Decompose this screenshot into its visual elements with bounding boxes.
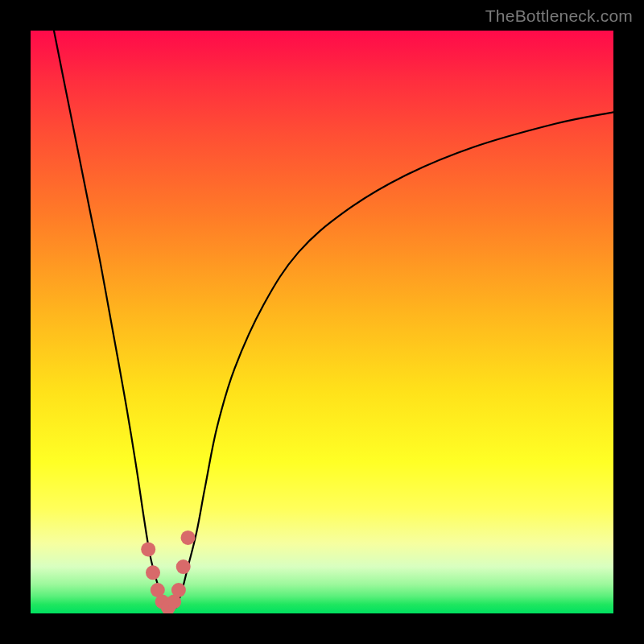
chart-frame: TheBottleneck.com xyxy=(0,0,644,644)
watermark-text: TheBottleneck.com xyxy=(485,6,633,26)
bottleneck-curve xyxy=(54,31,613,608)
curve-layer xyxy=(31,31,613,613)
curve-left-branch xyxy=(54,31,167,608)
curve-right-branch xyxy=(176,112,613,607)
marker-dot xyxy=(176,559,191,574)
marker-dot xyxy=(171,583,186,597)
marker-dot xyxy=(181,530,196,545)
marker-dot xyxy=(141,542,155,556)
marker-dot xyxy=(146,565,160,580)
plot-area xyxy=(31,31,613,613)
highlight-markers xyxy=(141,530,195,613)
